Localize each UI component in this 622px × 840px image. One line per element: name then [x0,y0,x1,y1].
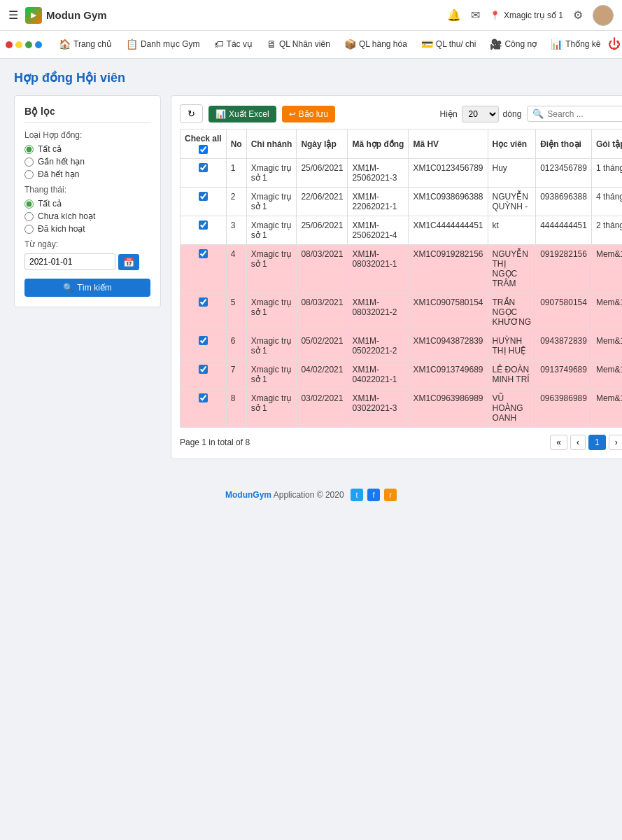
pag-page-1-button[interactable]: 1 [588,435,606,450]
menu-label-debt: Công nợ [504,39,537,49]
menu-item-gym-category[interactable]: 📋 Danh mục Gym [119,31,207,59]
per-page-unit: dòng [503,109,522,119]
contract-type-label: Loại Hợp đồng: [24,130,150,140]
row-checkbox[interactable] [199,192,208,201]
menu-item-finance[interactable]: 💳 QL thu/ chi [414,31,483,59]
cell-date: 05/02/2021 [297,332,348,360]
table-row: 6 Xmagic trụ sở 1 05/02/2021 XM1M-050220… [181,332,623,360]
cell-contract-id: XM1M-25062021-4 [348,216,409,245]
cell-member-name: LÊ ĐOÀN MINH TRÍ [488,360,536,389]
cell-package: Mem&1on1 [591,389,622,428]
check-all-checkbox[interactable] [199,145,208,154]
per-page-select[interactable]: 20 50 100 [462,106,499,122]
settings-icon[interactable]: ⚙ [573,8,583,22]
row-checkbox[interactable] [199,393,208,402]
radio-status-activated[interactable] [24,225,34,234]
excel-button[interactable]: 📊 Xuất Excel [208,106,276,122]
row-checkbox[interactable] [199,336,208,345]
table-row: 1 Xmagic trụ sở 1 25/06/2021 XM1M-250620… [181,159,623,188]
cell-phone: 0913749689 [536,360,592,389]
pag-first-button[interactable]: « [550,435,567,450]
cell-package: Mem&1on1 [591,245,622,293]
footer-brand: ModunGym [225,490,271,500]
filter-status-activated: Đã kích hoạt [24,224,150,234]
th-check: Check all [181,130,227,159]
label-contract-expired: Đã hết hạn [38,169,79,179]
cell-branch: Xmagic trụ sở 1 [246,332,297,360]
mail-icon[interactable]: ✉ [471,8,480,22]
page-content: Hợp đồng Hội viên Bộ lọc Loại Hợp đồng: … [0,59,622,470]
label-status-activated: Đã kích hoạt [38,224,85,234]
cell-no: 6 [226,332,246,360]
excel-icon: 📊 [215,109,226,119]
pag-prev-button[interactable]: ‹ [570,435,586,450]
search-input[interactable] [547,109,622,119]
cell-member-name: NGUYỄN THỊ NGỌC TRÂM [488,245,536,293]
cell-member-name: Huy [488,159,536,188]
rss-icon[interactable]: r [384,489,397,501]
filter-status-all: Tất cả [24,199,150,209]
cell-package: 1 tháng [591,159,622,188]
menu-item-products[interactable]: 📦 QL hàng hóa [337,31,414,59]
cell-check [181,216,227,245]
search-button[interactable]: 🔍 Tìm kiếm [24,279,150,297]
cell-member-id: XM1C0963986989 [409,389,488,428]
search-icon: 🔍 [63,283,73,293]
cell-no: 4 [226,245,246,293]
menu-item-home[interactable]: 🏠 Trang chủ [52,31,119,59]
radio-contract-all[interactable] [24,145,34,154]
menu-label-home: Trang chủ [73,39,112,49]
cell-phone: 0907580154 [536,293,592,332]
avatar[interactable] [593,5,614,26]
row-checkbox[interactable] [199,298,208,307]
cell-member-id: XM1C4444444451 [409,216,488,245]
menu-item-staff[interactable]: 🖥 QL Nhân viên [260,31,337,59]
radio-status-not-activated[interactable] [24,212,34,221]
date-input-row: 📅 [24,253,150,270]
twitter-icon[interactable]: t [351,489,363,501]
radio-contract-near-expire[interactable] [24,158,34,167]
home-icon: 🏠 [59,38,71,50]
label-contract-near-expire: Gần hết hạn [38,157,85,167]
radio-status-all[interactable] [24,200,34,209]
table-row: 3 Xmagic trụ sở 1 25/06/2021 XM1M-250620… [181,216,623,245]
radio-contract-expired[interactable] [24,170,34,179]
row-checkbox[interactable] [199,220,208,230]
cell-member-id: XM1C0907580154 [409,293,488,332]
main-layout: Bộ lọc Loại Hợp đồng: Tất cả Gần hết hạn… [14,95,608,459]
row-checkbox[interactable] [199,365,208,374]
cell-no: 2 [226,188,246,216]
menu-item-stats[interactable]: 📊 Thống kê [544,31,607,59]
cell-branch: Xmagic trụ sở 1 [246,245,297,293]
user-info[interactable]: 📍 Xmagic trụ số 1 [490,10,563,20]
refresh-button[interactable]: ↻ [180,104,203,123]
th-branch: Chi nhánh [246,130,297,159]
hamburger-icon[interactable]: ☰ [8,8,18,22]
cell-phone: 0123456789 [536,159,592,188]
cell-branch: Xmagic trụ sở 1 [246,188,297,216]
pag-next-button[interactable]: › [609,435,622,450]
bell-icon[interactable]: 🔔 [447,8,461,22]
filter-contract-all: Tất cả [24,144,150,154]
power-icon[interactable]: ⏻ [608,37,621,52]
cell-package: 4 tháng [591,188,622,216]
filter-contract-expired: Đã hết hạn [24,169,150,179]
menu-item-debt[interactable]: 🎥 Công nợ [483,31,544,59]
cell-no: 3 [226,216,246,245]
page-title: Hợp đồng Hội viên [14,70,608,85]
page-info: Page 1 in total of 8 [180,438,250,447]
menu-label-stats: Thống kê [565,39,600,49]
th-package: Gói tập [591,130,622,159]
menu-item-tasks[interactable]: 🏷 Tác vụ [207,31,260,59]
facebook-icon[interactable]: f [367,489,380,501]
cell-date: 03/02/2021 [297,389,348,428]
from-date-input[interactable] [24,253,115,270]
row-checkbox[interactable] [199,163,208,172]
save-button[interactable]: ↩ Bảo lưu [282,106,335,122]
table-wrap: Check all No Chi nhánh Ngày lập Mã hợp đ… [180,129,622,428]
cell-member-id: XM1C0943872839 [409,332,488,360]
user-label: Xmagic trụ số 1 [504,10,563,20]
cell-member-name: TRẦN NGỌC KHƯƠNG [488,293,536,332]
calendar-button[interactable]: 📅 [118,254,139,270]
row-checkbox[interactable] [199,249,208,258]
